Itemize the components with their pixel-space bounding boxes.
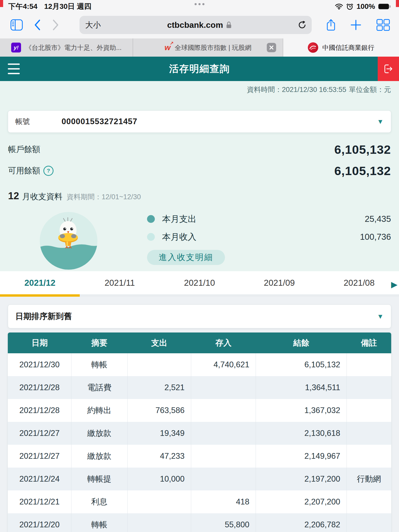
account-number: 0000015532721457 [62, 117, 137, 126]
available-balance-row: 可用餘額 ? 6,105,132 [8, 163, 391, 178]
browser-tab-wantgoo[interactable]: w↗ 全球國際股市指數 | 玩股網 [133, 38, 283, 57]
tabs-overview-button[interactable] [376, 19, 390, 31]
lock-icon [226, 21, 232, 29]
column-header: 存入 [191, 332, 256, 353]
table-cell [191, 376, 256, 399]
wantgoo-icon: w↗ [164, 44, 170, 51]
table-cell: 2021/12/27 [8, 422, 71, 445]
table-row: 2021/12/24轉帳提10,0002,197,200行動網 [8, 468, 391, 490]
corner-red-left [0, 0, 3, 7]
month-tab-2021-09[interactable]: 2021/09 [240, 271, 319, 297]
browser-tab-ctbc-active[interactable]: 中國信託商業銀行 [283, 38, 399, 57]
month-tab-2021-08[interactable]: 2021/08 [319, 271, 399, 297]
share-button[interactable] [326, 19, 336, 31]
reload-button[interactable] [298, 21, 306, 29]
table-cell: 19,349 [128, 422, 191, 445]
month-tab-list: 2021/122021/112021/102021/092021/08▶ [0, 271, 399, 297]
available-balance-value: 6,105,132 [334, 164, 391, 178]
corner-red-right [396, 0, 399, 7]
text-size-button[interactable]: 大小 [85, 20, 101, 30]
month-tab-2021-12[interactable]: 2021/12 [0, 271, 80, 297]
browser-tab-bar: y! 《台北股市》電力十足、外資助... w↗ 全球國際股市指數 | 玩股網 中… [0, 38, 399, 57]
table-cell: 2021/12/24 [8, 468, 71, 490]
income-expense-detail-button[interactable]: 進入收支明細 [147, 250, 225, 265]
table-cell: 約轉出 [71, 399, 127, 422]
expense-label: 本月支出 [162, 213, 196, 225]
month-tab-2021-11[interactable]: 2021/11 [80, 271, 159, 297]
table-row: 2021/12/28約轉出763,5861,367,032 [8, 399, 391, 422]
multitasking-indicator-icon [195, 3, 204, 5]
account-balance-value: 6,105,132 [334, 142, 391, 157]
table-cell [347, 490, 391, 513]
table-cell: 2,206,782 [256, 513, 347, 532]
table-row: 2021/12/30轉帳4,740,6216,105,132 [8, 353, 391, 376]
logout-icon [383, 63, 394, 75]
mascot-bird-illustration [39, 211, 98, 270]
income-row: 本月收入 100,736 [147, 231, 391, 243]
table-cell: 10,000 [128, 468, 191, 490]
expense-value: 25,435 [365, 214, 391, 224]
sort-dropdown[interactable]: 日期排序新到舊 ▼ [8, 304, 391, 328]
close-tab-icon[interactable] [267, 43, 276, 52]
column-header: 摘要 [71, 332, 127, 353]
battery-percent: 100% [356, 2, 375, 11]
table-header-row: 日期摘要支出存入結餘備註 [8, 332, 391, 353]
chevron-down-icon: ▼ [377, 313, 384, 320]
forward-button[interactable] [52, 19, 59, 31]
table-cell: 763,586 [128, 399, 191, 422]
alarm-icon [346, 3, 353, 10]
table-cell: 2021/12/28 [8, 399, 71, 422]
table-cell: 2,521 [128, 376, 191, 399]
table-cell [191, 445, 256, 468]
month-tab-2021-10[interactable]: 2021/10 [159, 271, 239, 297]
table-cell: 轉帳提 [71, 468, 127, 490]
table-cell [128, 513, 191, 532]
table-cell: 418 [191, 490, 256, 513]
account-overview-section: 資料時間：2021/12/30 16:53:55單位金額：元 帳號 000001… [0, 81, 399, 271]
help-icon[interactable]: ? [43, 166, 54, 176]
new-tab-button[interactable] [350, 19, 362, 31]
table-cell [347, 422, 391, 445]
account-select-dropdown[interactable]: 帳號 0000015532721457 ▼ [8, 110, 391, 133]
status-bar: 下午4:54 12月30日 週四 [0, 0, 399, 11]
status-date: 12月30日 週四 [44, 2, 91, 11]
back-button[interactable] [34, 19, 41, 31]
page-title: 活存明細查詢 [169, 62, 230, 75]
url-text: ctbcbank.com [167, 20, 223, 30]
table-cell: 2,149,967 [256, 445, 347, 468]
expense-dot-icon [147, 215, 155, 223]
table-cell: 2,207,200 [256, 490, 347, 513]
income-value: 100,736 [360, 232, 391, 242]
table-cell [191, 468, 256, 490]
table-cell [347, 399, 391, 422]
monthly-section-title: 12 月收支資料 資料期間：12/01~12/30 [8, 190, 391, 202]
table-cell [347, 445, 391, 468]
table-cell: 2021/12/28 [8, 376, 71, 399]
table-cell: 2021/12/30 [8, 353, 71, 376]
table-cell [347, 353, 391, 376]
logout-button[interactable] [378, 57, 399, 81]
table-cell [191, 399, 256, 422]
table-cell [128, 353, 191, 376]
table-cell: 47,233 [128, 445, 191, 468]
table-cell: 2021/12/21 [8, 490, 71, 513]
browser-tab-yahoo[interactable]: y! 《台北股市》電力十足、外資助... [0, 38, 133, 57]
table-cell [191, 422, 256, 445]
account-balance-row: 帳戶餘額 6,105,132 [8, 142, 391, 157]
column-header: 日期 [8, 332, 71, 353]
transactions-table: 日期摘要支出存入結餘備註 2021/12/30轉帳4,740,6216,105,… [8, 332, 391, 532]
period-label: 資料期間：12/01~12/30 [66, 192, 141, 202]
table-cell [347, 513, 391, 532]
ipad-screen: 下午4:54 12月30日 週四 [0, 0, 399, 532]
table-body: 2021/12/30轉帳4,740,6216,105,1322021/12/28… [8, 353, 391, 532]
income-dot-icon [147, 233, 155, 241]
wifi-icon [335, 3, 343, 10]
table-cell: 1,364,511 [256, 376, 347, 399]
sort-label: 日期排序新到舊 [15, 311, 72, 322]
address-bar[interactable]: 大小 ctbcbank.com [79, 16, 312, 34]
sidebar-toggle-button[interactable] [10, 19, 23, 31]
table-cell: 行動網 [347, 468, 391, 490]
yahoo-icon: y! [11, 43, 21, 52]
next-months-arrow-icon[interactable]: ▶ [391, 280, 397, 289]
menu-button[interactable] [8, 64, 20, 74]
